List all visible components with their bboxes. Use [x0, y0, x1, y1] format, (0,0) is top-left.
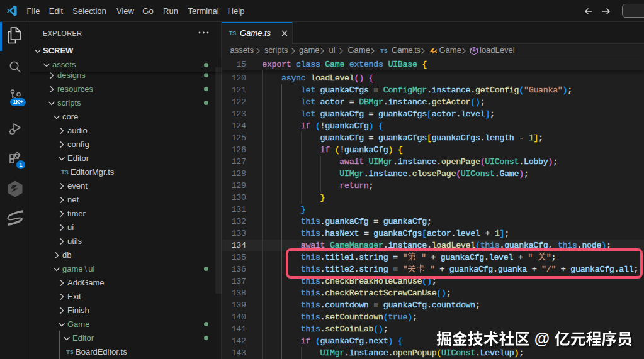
svg-text:@: @	[534, 329, 550, 347]
svg-text:@: @	[536, 331, 551, 349]
